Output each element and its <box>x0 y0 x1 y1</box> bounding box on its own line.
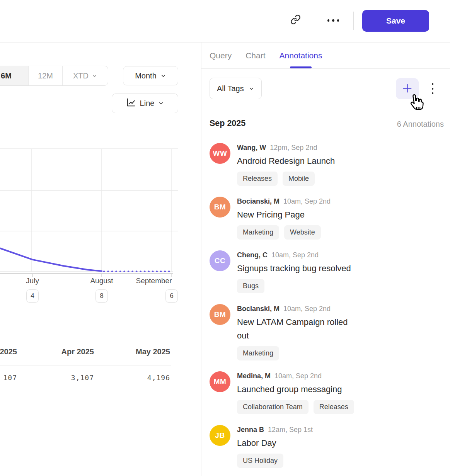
tag-chip: US Holiday <box>237 454 283 468</box>
kebab-icon <box>432 83 434 85</box>
tag-chip: Collaboration Team <box>237 400 309 414</box>
tag-chip: Releases <box>237 172 278 186</box>
annotation-item[interactable]: BM Bocianski, M10am, Sep 2nd New Pricing… <box>210 197 446 240</box>
chevron-down-icon <box>92 73 97 79</box>
chart-type-label: Line <box>140 99 155 108</box>
tab-annotations-label: Annotations <box>280 51 322 60</box>
annotation-item[interactable]: CC Cheng, C10am, Sep 2nd Signups trackin… <box>210 250 446 293</box>
add-annotation-button[interactable] <box>396 78 419 99</box>
annotation-timestamp: 10am, Sep 2nd <box>274 372 322 380</box>
more-options-button[interactable] <box>324 15 343 26</box>
tag-chip: Mobile <box>283 172 315 186</box>
results-col-header: May 2025 <box>94 347 171 356</box>
annotation-title: Android Redesign Launch <box>237 154 335 168</box>
avatar: BM <box>210 197 230 218</box>
annotation-count-badge-august[interactable]: 8 <box>95 289 108 303</box>
range-12m-button[interactable]: 12M <box>28 66 62 85</box>
range-xtd-label: XTD <box>73 71 89 80</box>
range-6m-button[interactable]: 6M <box>0 66 28 85</box>
top-bar: Save <box>0 0 450 42</box>
tag-filter-label: All Tags <box>217 84 244 93</box>
results-col-header: Apr 2025 <box>17 347 94 356</box>
chevron-down-icon <box>158 100 164 106</box>
x-tick-july: July <box>26 277 39 285</box>
avatar: WW <box>210 143 230 164</box>
line-chart-icon <box>126 97 136 109</box>
tag-chip: Marketing <box>237 225 279 240</box>
annotation-item[interactable]: MM Medina, M10am, Sep 2nd Launched group… <box>210 371 446 414</box>
tab-query-label: Query <box>210 51 232 60</box>
panel-tabs: Query Chart Annotations <box>201 42 450 69</box>
tab-chart-label: Chart <box>245 51 265 60</box>
series-line-solid <box>0 248 102 271</box>
plus-icon <box>401 82 413 95</box>
x-tick-september: September <box>136 277 172 285</box>
avatar-initials: MM <box>214 377 227 386</box>
annotation-timestamp: 10am, Sep 2nd <box>271 251 319 259</box>
chart-type-dropdown[interactable]: Line <box>112 94 178 113</box>
tag-chip: Bugs <box>237 279 264 293</box>
annotation-author: Cheng, C <box>237 251 268 259</box>
annotation-timestamp: 10am, Sep 2nd <box>283 197 331 206</box>
annotation-item[interactable]: JB Jenna B12am, Sep 1st Labor Day US Hol… <box>210 425 446 468</box>
save-button[interactable]: Save <box>362 10 429 32</box>
annotation-list: WW Wang, W12pm, Sep 2nd Android Redesign… <box>210 143 446 468</box>
avatar-initials: JB <box>215 431 225 440</box>
chevron-down-icon <box>160 73 166 79</box>
annotation-tags: Releases Mobile <box>237 172 335 186</box>
annotation-author: Bocianski, M <box>237 197 280 206</box>
annotation-tags: Collaboration Team Releases <box>237 400 354 414</box>
date-range-group: 6M 12M XTD <box>0 66 108 86</box>
annotation-timestamp: 12pm, Sep 2nd <box>270 143 317 152</box>
range-xtd-dropdown[interactable]: XTD <box>62 66 108 85</box>
annotation-tags: Marketing <box>237 346 358 360</box>
annotation-timestamp: 12am, Sep 1st <box>268 425 313 434</box>
annotation-count-badge-july[interactable]: 4 <box>26 289 39 303</box>
annotation-item[interactable]: WW Wang, W12pm, Sep 2nd Android Redesign… <box>210 143 446 186</box>
avatar: JB <box>210 425 230 446</box>
avatar-initials: BM <box>214 310 226 319</box>
avatar-initials: BM <box>214 203 226 211</box>
copy-link-button[interactable] <box>288 13 303 27</box>
annotation-item[interactable]: BM Bocianski, M10am, Sep 2nd New LATAM C… <box>210 304 446 360</box>
topbar-divider <box>353 12 354 30</box>
annotation-title: New LATAM Campaign rolled out <box>237 315 358 342</box>
avatar: CC <box>210 250 230 271</box>
annotation-author: Bocianski, M <box>237 304 280 313</box>
chart-gridlines <box>0 149 178 272</box>
tag-filter-dropdown[interactable]: All Tags <box>210 78 262 99</box>
annotations-panel: Query Chart Annotations All Tags Sep 202… <box>201 42 450 476</box>
avatar-initials: WW <box>213 149 227 158</box>
x-tick-august: August <box>90 277 113 285</box>
trend-chart <box>0 147 182 280</box>
avatar-initials: CC <box>215 257 225 265</box>
annotation-tags: Marketing Website <box>237 225 331 240</box>
ellipsis-icon <box>327 19 339 22</box>
results-table: 2025 Apr 2025 May 2025 107 3,107 4,196 <box>0 338 171 390</box>
panel-menu-button[interactable] <box>428 78 438 99</box>
tab-query[interactable]: Query <box>210 42 232 68</box>
annotation-title: Launched group messaging <box>237 382 354 396</box>
avatar: MM <box>210 371 230 392</box>
annotation-title: New Pricing Page <box>237 208 331 221</box>
tag-chip: Website <box>284 225 321 240</box>
results-value: 3,107 <box>17 374 94 382</box>
tag-chip: Marketing <box>237 346 279 360</box>
results-value: 4,196 <box>94 374 171 382</box>
chevron-down-icon <box>249 86 254 92</box>
annotation-tags: US Holiday <box>237 454 313 468</box>
active-tab-underline <box>290 66 312 68</box>
annotation-tags: Bugs <box>237 279 351 293</box>
link-icon <box>290 14 301 26</box>
results-col-header: 2025 <box>0 347 17 356</box>
tag-chip: Releases <box>314 400 354 414</box>
granularity-dropdown[interactable]: Month <box>123 66 178 85</box>
annotation-timestamp: 10am, Sep 2nd <box>283 304 331 313</box>
tab-chart[interactable]: Chart <box>245 42 265 68</box>
annotation-title: Signups tracking bug resolved <box>237 262 351 275</box>
granularity-label: Month <box>135 71 157 80</box>
results-table-value-row: 107 3,107 4,196 <box>0 366 171 390</box>
tab-annotations[interactable]: Annotations <box>280 42 322 68</box>
annotation-count-badge-september[interactable]: 6 <box>165 289 178 303</box>
annotation-title: Labor Day <box>237 436 313 450</box>
